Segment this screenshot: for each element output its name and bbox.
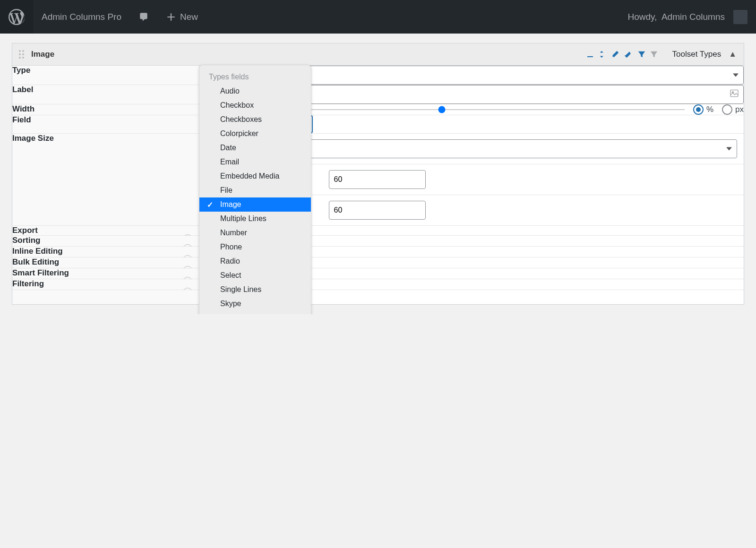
wordpress-icon	[9, 9, 25, 25]
image-height-input[interactable]	[329, 201, 426, 220]
dropdown-item[interactable]: File	[199, 183, 311, 197]
width-unit-percent[interactable]: %	[693, 104, 713, 115]
smart-filter-icon[interactable]	[637, 50, 646, 59]
avatar	[733, 10, 747, 24]
label-label: Label	[12, 85, 199, 104]
svg-rect-0	[730, 90, 738, 97]
width-unit-px[interactable]: px	[722, 104, 744, 115]
dropdown-item[interactable]: URL	[199, 311, 311, 314]
comments-link[interactable]	[130, 0, 157, 34]
dropdown-group-label: Types fields	[199, 68, 311, 84]
site-title[interactable]: Admin Columns Pro	[33, 0, 130, 34]
new-link[interactable]: New	[157, 0, 206, 34]
settings-body: Type Label Width	[12, 66, 744, 304]
export-icon[interactable]	[585, 50, 595, 59]
field-label: Field	[12, 115, 199, 134]
image-size-label: Image Size	[12, 134, 199, 226]
export-label: Export?	[12, 226, 199, 236]
dropdown-item[interactable]: Single Lines	[199, 283, 311, 297]
dropdown-item[interactable]: Image	[199, 197, 311, 212]
dropdown-item[interactable]: Skype	[199, 297, 311, 311]
feature-icons	[585, 49, 658, 60]
image-width-input[interactable]	[329, 170, 426, 189]
dropdown-item[interactable]: Phone	[199, 240, 311, 254]
bulk-editing-label: Bulk Editing?	[12, 257, 199, 268]
dropdown-item[interactable]: Audio	[199, 84, 311, 98]
dropdown-item[interactable]: Checkbox	[199, 98, 311, 112]
plus-icon	[166, 12, 176, 22]
bulk-edit-icon[interactable]	[623, 49, 634, 60]
column-header[interactable]: Image Toolset Types ▲	[12, 43, 744, 66]
column-type-label: Toolset Types	[672, 50, 722, 59]
width-label: Width	[12, 104, 199, 115]
drag-handle-icon[interactable]	[16, 50, 26, 59]
column-title: Image	[31, 50, 54, 59]
dropdown-item[interactable]: Embedded Media	[199, 169, 311, 183]
dropdown-item[interactable]: Colorpicker	[199, 127, 311, 141]
dropdown-item[interactable]: Number	[199, 226, 311, 240]
type-label: Type	[12, 66, 199, 85]
collapse-toggle[interactable]: ▲	[729, 50, 737, 59]
dropdown-item[interactable]: Radio	[199, 254, 311, 268]
inline-editing-label: Inline Editing?	[12, 247, 199, 257]
wordpress-logo[interactable]	[0, 0, 33, 34]
filter-icon[interactable]	[650, 50, 658, 59]
edit-icon[interactable]	[611, 50, 619, 59]
smart-filtering-label: Smart Filtering?	[12, 268, 199, 279]
user-greeting[interactable]: Howdy, Admin Columns	[619, 0, 756, 34]
dropdown-item[interactable]: Email	[199, 155, 311, 169]
dropdown-item[interactable]: Checkboxes	[199, 112, 311, 127]
sorting-label: Sorting?	[12, 236, 199, 247]
dropdown-item[interactable]: Multiple Lines	[199, 212, 311, 226]
comment-icon	[138, 12, 149, 22]
image-icon	[730, 89, 739, 101]
column-settings-panel: Image Toolset Types ▲ Type Label	[12, 43, 744, 305]
dropdown-item[interactable]: Date	[199, 141, 311, 155]
dropdown-item[interactable]: Select	[199, 268, 311, 283]
field-dropdown[interactable]: Types fields AudioCheckboxCheckboxesColo…	[199, 65, 311, 314]
filtering-label: Filtering?	[12, 279, 199, 290]
admin-bar: Admin Columns Pro New Howdy, Admin Colum…	[0, 0, 756, 34]
sort-icon[interactable]	[599, 50, 607, 59]
